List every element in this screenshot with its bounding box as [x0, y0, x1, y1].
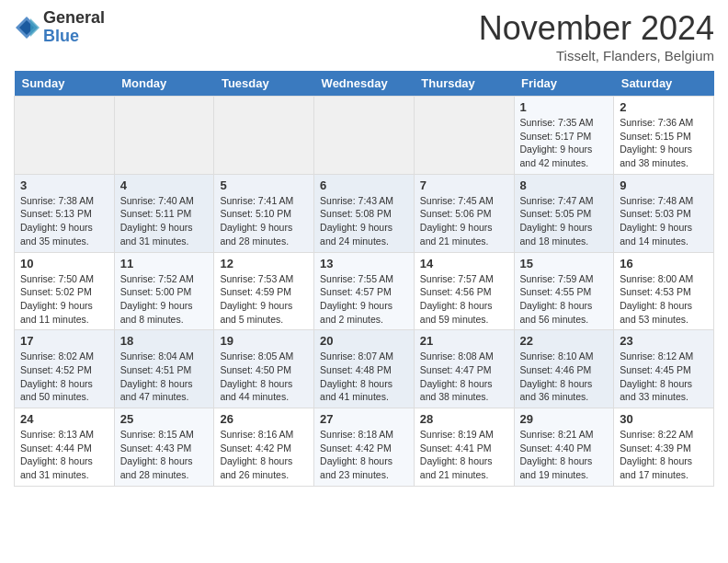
calendar-cell: 27Sunrise: 8:18 AM Sunset: 4:42 PM Dayli…	[314, 408, 415, 487]
day-number: 21	[420, 334, 508, 348]
calendar-cell: 24Sunrise: 8:13 AM Sunset: 4:44 PM Dayli…	[15, 408, 115, 487]
col-header-thursday: Thursday	[414, 71, 514, 97]
calendar-cell: 13Sunrise: 7:55 AM Sunset: 4:57 PM Dayli…	[314, 252, 415, 330]
day-info: Sunrise: 8:08 AM Sunset: 4:47 PM Dayligh…	[420, 350, 508, 404]
calendar-week-1: 1Sunrise: 7:35 AM Sunset: 5:17 PM Daylig…	[15, 97, 714, 175]
logo-icon	[14, 15, 40, 40]
day-info: Sunrise: 8:02 AM Sunset: 4:52 PM Dayligh…	[20, 350, 108, 404]
day-info: Sunrise: 8:21 AM Sunset: 4:40 PM Dayligh…	[520, 428, 609, 482]
day-number: 7	[420, 178, 508, 192]
day-info: Sunrise: 8:10 AM Sunset: 4:46 PM Dayligh…	[520, 350, 609, 404]
day-info: Sunrise: 8:07 AM Sunset: 4:48 PM Dayligh…	[320, 350, 408, 404]
calendar-cell: 11Sunrise: 7:52 AM Sunset: 5:00 PM Dayli…	[114, 252, 214, 330]
day-number: 25	[120, 412, 209, 426]
col-header-friday: Friday	[514, 71, 614, 97]
day-number: 18	[120, 334, 209, 348]
day-info: Sunrise: 7:55 AM Sunset: 4:57 PM Dayligh…	[320, 272, 408, 327]
day-info: Sunrise: 8:00 AM Sunset: 4:53 PM Dayligh…	[620, 272, 708, 327]
day-number: 17	[20, 334, 108, 348]
logo-general: General	[43, 9, 105, 28]
day-number: 30	[620, 412, 708, 426]
day-info: Sunrise: 8:05 AM Sunset: 4:50 PM Dayligh…	[220, 350, 308, 404]
calendar-cell: 16Sunrise: 8:00 AM Sunset: 4:53 PM Dayli…	[614, 252, 714, 330]
calendar-week-4: 17Sunrise: 8:02 AM Sunset: 4:52 PM Dayli…	[15, 330, 714, 408]
day-info: Sunrise: 7:40 AM Sunset: 5:11 PM Dayligh…	[120, 194, 209, 248]
col-header-monday: Monday	[114, 71, 214, 97]
day-number: 13	[320, 257, 408, 270]
day-info: Sunrise: 8:15 AM Sunset: 4:43 PM Dayligh…	[120, 428, 209, 482]
day-info: Sunrise: 7:35 AM Sunset: 5:17 PM Dayligh…	[520, 116, 609, 170]
day-info: Sunrise: 7:45 AM Sunset: 5:06 PM Dayligh…	[420, 194, 508, 248]
calendar-cell: 7Sunrise: 7:45 AM Sunset: 5:06 PM Daylig…	[414, 174, 514, 252]
day-number: 27	[320, 412, 408, 426]
day-info: Sunrise: 8:16 AM Sunset: 4:42 PM Dayligh…	[220, 428, 308, 482]
day-number: 26	[220, 412, 308, 426]
calendar-cell: 22Sunrise: 8:10 AM Sunset: 4:46 PM Dayli…	[514, 330, 614, 408]
day-number: 19	[220, 334, 308, 348]
calendar-cell: 28Sunrise: 8:19 AM Sunset: 4:41 PM Dayli…	[414, 408, 514, 487]
header: General Blue November 2024 Tisselt, Flan…	[14, 9, 714, 63]
calendar-cell	[114, 97, 214, 175]
day-info: Sunrise: 7:38 AM Sunset: 5:13 PM Dayligh…	[20, 194, 108, 248]
day-number: 29	[520, 412, 609, 426]
day-number: 28	[420, 412, 508, 426]
calendar-cell: 4Sunrise: 7:40 AM Sunset: 5:11 PM Daylig…	[114, 174, 214, 252]
calendar-table: SundayMondayTuesdayWednesdayThursdayFrid…	[14, 71, 714, 487]
day-number: 15	[520, 257, 609, 270]
day-number: 5	[220, 178, 308, 192]
location-subtitle: Tisselt, Flanders, Belgium	[479, 48, 714, 63]
calendar-cell	[314, 97, 415, 175]
calendar-cell: 30Sunrise: 8:22 AM Sunset: 4:39 PM Dayli…	[614, 408, 714, 487]
day-info: Sunrise: 8:04 AM Sunset: 4:51 PM Dayligh…	[120, 350, 209, 404]
day-info: Sunrise: 7:41 AM Sunset: 5:10 PM Dayligh…	[220, 194, 308, 248]
day-info: Sunrise: 8:22 AM Sunset: 4:39 PM Dayligh…	[620, 428, 708, 482]
day-number: 14	[420, 257, 508, 270]
day-info: Sunrise: 7:50 AM Sunset: 5:02 PM Dayligh…	[20, 272, 108, 327]
logo-blue: Blue	[43, 28, 105, 46]
logo: General Blue	[14, 9, 105, 46]
day-number: 24	[20, 412, 108, 426]
day-number: 9	[620, 178, 708, 192]
day-info: Sunrise: 8:12 AM Sunset: 4:45 PM Dayligh…	[620, 350, 708, 404]
calendar-cell: 26Sunrise: 8:16 AM Sunset: 4:42 PM Dayli…	[214, 408, 314, 487]
logo-text: General Blue	[43, 9, 105, 46]
day-number: 10	[20, 257, 108, 270]
day-number: 4	[120, 178, 209, 192]
calendar-container: General Blue November 2024 Tisselt, Flan…	[0, 0, 728, 496]
col-header-sunday: Sunday	[15, 71, 115, 97]
month-title: November 2024	[479, 9, 714, 48]
calendar-cell	[214, 97, 314, 175]
day-number: 23	[620, 334, 708, 348]
day-info: Sunrise: 7:53 AM Sunset: 4:59 PM Dayligh…	[220, 272, 308, 327]
calendar-cell: 9Sunrise: 7:48 AM Sunset: 5:03 PM Daylig…	[614, 174, 714, 252]
day-number: 22	[520, 334, 609, 348]
col-header-wednesday: Wednesday	[314, 71, 415, 97]
day-info: Sunrise: 7:59 AM Sunset: 4:55 PM Dayligh…	[520, 272, 609, 327]
calendar-week-3: 10Sunrise: 7:50 AM Sunset: 5:02 PM Dayli…	[15, 252, 714, 330]
day-number: 8	[520, 178, 609, 192]
calendar-cell: 2Sunrise: 7:36 AM Sunset: 5:15 PM Daylig…	[614, 97, 714, 175]
day-info: Sunrise: 7:48 AM Sunset: 5:03 PM Dayligh…	[620, 194, 708, 248]
day-info: Sunrise: 7:43 AM Sunset: 5:08 PM Dayligh…	[320, 194, 408, 248]
calendar-cell	[414, 97, 514, 175]
calendar-cell: 23Sunrise: 8:12 AM Sunset: 4:45 PM Dayli…	[614, 330, 714, 408]
day-number: 3	[20, 178, 108, 192]
day-info: Sunrise: 7:47 AM Sunset: 5:05 PM Dayligh…	[520, 194, 609, 248]
calendar-cell	[15, 97, 115, 175]
calendar-cell: 8Sunrise: 7:47 AM Sunset: 5:05 PM Daylig…	[514, 174, 614, 252]
day-info: Sunrise: 7:52 AM Sunset: 5:00 PM Dayligh…	[120, 272, 209, 327]
calendar-cell: 19Sunrise: 8:05 AM Sunset: 4:50 PM Dayli…	[214, 330, 314, 408]
day-info: Sunrise: 8:18 AM Sunset: 4:42 PM Dayligh…	[320, 428, 408, 482]
calendar-week-2: 3Sunrise: 7:38 AM Sunset: 5:13 PM Daylig…	[15, 174, 714, 252]
day-info: Sunrise: 7:57 AM Sunset: 4:56 PM Dayligh…	[420, 272, 508, 327]
calendar-cell: 1Sunrise: 7:35 AM Sunset: 5:17 PM Daylig…	[514, 97, 614, 175]
calendar-cell: 14Sunrise: 7:57 AM Sunset: 4:56 PM Dayli…	[414, 252, 514, 330]
title-area: November 2024 Tisselt, Flanders, Belgium	[479, 9, 714, 63]
calendar-cell: 12Sunrise: 7:53 AM Sunset: 4:59 PM Dayli…	[214, 252, 314, 330]
calendar-cell: 15Sunrise: 7:59 AM Sunset: 4:55 PM Dayli…	[514, 252, 614, 330]
calendar-cell: 25Sunrise: 8:15 AM Sunset: 4:43 PM Dayli…	[114, 408, 214, 487]
calendar-cell: 10Sunrise: 7:50 AM Sunset: 5:02 PM Dayli…	[15, 252, 115, 330]
day-number: 2	[620, 100, 708, 114]
day-number: 20	[320, 334, 408, 348]
day-number: 11	[120, 257, 209, 270]
